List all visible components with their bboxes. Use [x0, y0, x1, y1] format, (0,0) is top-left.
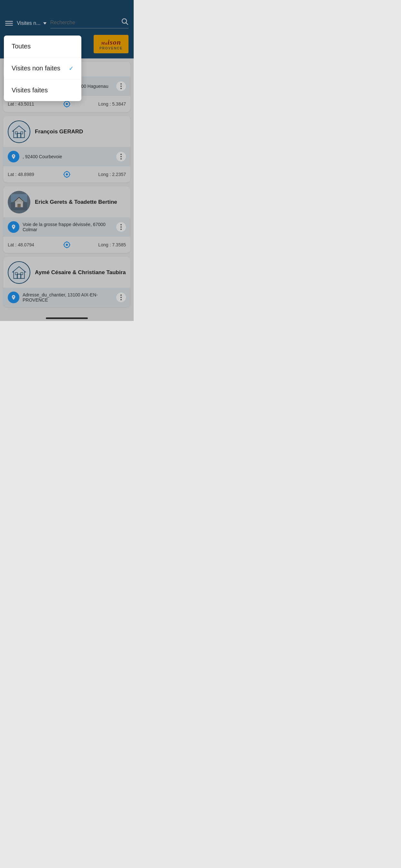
- visit-card: Erick Gerets & Toadette Bertine Voie de …: [3, 186, 130, 253]
- more-options-button[interactable]: [116, 222, 126, 232]
- svg-point-13: [66, 174, 68, 176]
- lat-text: Lat : 48.0794: [8, 242, 59, 247]
- card-header: Aymé Césaire & Christiane Taubira: [3, 257, 130, 288]
- avatar: [8, 261, 30, 284]
- svg-marker-30: [12, 267, 26, 279]
- three-dots-icon: [120, 83, 122, 89]
- search-input[interactable]: [50, 20, 121, 26]
- location-icon: [8, 151, 19, 162]
- filter-dropdown[interactable]: Visites n...: [17, 20, 47, 26]
- long-text: Long : 7.3585: [74, 242, 126, 247]
- client-name: François GERARD: [35, 128, 126, 135]
- client-name: Erick Gerets & Toadette Bertine: [35, 199, 126, 206]
- address-text: Voie de la grosse frappe dévissée, 67000…: [23, 222, 113, 232]
- three-dots-icon: [120, 294, 122, 300]
- filter-menu: Toutes Visites non faites ✓ Visites fait…: [4, 35, 81, 101]
- more-options-button[interactable]: [116, 292, 126, 302]
- address-row: Voie de la grosse frappe dévissée, 67000…: [3, 217, 130, 237]
- gps-icon[interactable]: [62, 169, 72, 179]
- location-icon: [8, 221, 19, 233]
- home-bar: [46, 317, 88, 319]
- visit-card: Aymé Césaire & Christiane Taubira Adress…: [3, 257, 130, 307]
- navbar: Visites n...: [0, 14, 134, 35]
- card-header: François GERARD: [3, 116, 130, 147]
- filter-option-toutes[interactable]: Toutes: [4, 35, 81, 58]
- svg-rect-31: [17, 274, 21, 278]
- lat-text: Lat : 48.8989: [8, 172, 59, 177]
- client-name: Aymé Césaire & Christiane Taubira: [35, 269, 126, 276]
- card-header: Erick Gerets & Toadette Bertine: [3, 186, 130, 217]
- filter-option-non-faites[interactable]: Visites non faites ✓: [4, 58, 81, 80]
- long-text: Long : 5.3847: [74, 101, 126, 106]
- svg-point-25: [66, 244, 68, 246]
- three-dots-icon: [120, 224, 122, 230]
- home-indicator-area: [0, 314, 134, 321]
- address-text: , 92400 Courbevoie: [23, 154, 113, 159]
- gps-icon[interactable]: [62, 240, 72, 250]
- logo-badge: Maison PROVENCE: [94, 35, 128, 53]
- logo-text: Maison: [99, 38, 123, 46]
- hamburger-button[interactable]: [5, 21, 13, 26]
- more-options-button[interactable]: [116, 152, 126, 161]
- address-row: , 92400 Courbevoie: [3, 147, 130, 166]
- svg-point-3: [66, 103, 68, 105]
- svg-rect-9: [17, 133, 21, 137]
- visit-card: François GERARD , 92400 Courbevoie Lat :…: [3, 116, 130, 182]
- more-options-button[interactable]: [116, 82, 126, 91]
- svg-line-1: [126, 23, 128, 25]
- search-container: [50, 18, 128, 28]
- coords-row: Lat : 48.8989 Long : 2.2357: [3, 166, 130, 182]
- dropdown-arrow-icon: [43, 22, 47, 25]
- filter-option-faites[interactable]: Visites faites: [4, 80, 81, 101]
- checkmark-icon: ✓: [69, 65, 73, 72]
- filter-option-non-faites-label: Visites non faites: [11, 65, 60, 72]
- filter-option-faites-label: Visites faites: [11, 87, 48, 94]
- address-row: Adresse_du_chantier, 13100 AIX-EN-PROVEN…: [3, 288, 130, 307]
- status-bar: [0, 0, 134, 14]
- location-icon: [8, 291, 19, 303]
- lat-text: Lat : 43.5011: [8, 101, 59, 106]
- avatar: [8, 191, 30, 213]
- filter-label: Visites n...: [17, 20, 41, 26]
- filter-option-toutes-label: Toutes: [11, 42, 31, 50]
- address-text: Adresse_du_chantier, 13100 AIX-EN-PROVEN…: [23, 292, 113, 303]
- svg-rect-22: [18, 204, 21, 207]
- avatar: [8, 120, 30, 143]
- coords-row: Lat : 48.0794 Long : 7.3585: [3, 237, 130, 253]
- svg-marker-8: [12, 126, 26, 138]
- long-text: Long : 2.2357: [74, 172, 126, 177]
- three-dots-icon: [120, 154, 122, 159]
- search-icon[interactable]: [121, 18, 128, 27]
- logo-subtext: PROVENCE: [99, 46, 123, 50]
